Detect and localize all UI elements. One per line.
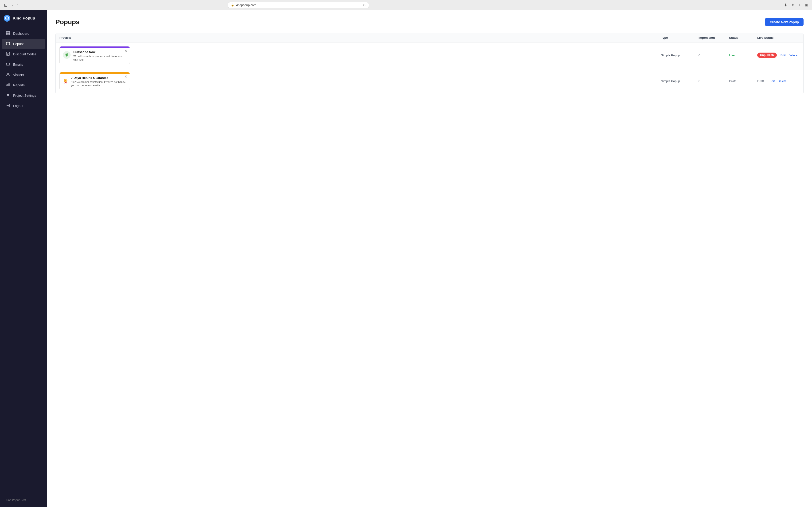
col-impression: Impression <box>699 36 729 40</box>
main-content: Popups Create New Popup Preview Type Imp… <box>47 10 812 507</box>
app-container: Kind Popup Dashboard Popups <box>0 10 812 507</box>
live-status-cell-2: Draft Edit Delete <box>757 79 800 83</box>
popup-card-2: 7 Days Refund Guarantee 100% customer sa… <box>59 72 130 90</box>
col-live-status: Live Status <box>757 36 800 40</box>
unpublish-button[interactable]: Unpublish <box>757 53 777 58</box>
svg-rect-10 <box>6 63 10 65</box>
sidebar-item-popups[interactable]: Popups <box>2 39 45 49</box>
edit-button-2[interactable]: Edit <box>769 79 775 83</box>
emails-icon <box>6 62 10 67</box>
page-header: Popups Create New Popup <box>55 18 804 26</box>
sidebar-item-emails[interactable]: Emails <box>2 60 45 69</box>
sidebar-item-discount-codes[interactable]: Discount Codes <box>2 49 45 59</box>
popup-title-2: 7 Days Refund Guarantee <box>71 76 127 79</box>
edit-button-1[interactable]: Edit <box>780 54 786 57</box>
sidebar-item-label: Reports <box>13 83 25 87</box>
popup-text-2: 7 Days Refund Guarantee 100% customer sa… <box>71 76 127 88</box>
svg-rect-12 <box>6 85 7 86</box>
type-1: Simple Popup <box>661 54 699 57</box>
svg-rect-4 <box>8 33 10 35</box>
sidebar-nav: Dashboard Popups Discount Codes <box>0 26 47 493</box>
sidebar-item-label: Logout <box>13 104 23 108</box>
popup-content-1: Subscribe Now! We will share best produc… <box>60 48 130 64</box>
sidebar-item-dashboard[interactable]: Dashboard <box>2 29 45 39</box>
browser-chrome: ⊡ ‹ › 🔒 kindpopup.com ↻ ⬇ ⬆ + ⊞ <box>0 0 812 10</box>
popup-close-1[interactable]: ✕ <box>124 49 128 53</box>
address-bar[interactable]: 🔒 kindpopup.com ↻ <box>228 2 369 8</box>
delete-button-2[interactable]: Delete <box>778 79 786 83</box>
popup-content-2: 7 Days Refund Guarantee 100% customer sa… <box>60 74 130 90</box>
popup-text-1: Subscribe Now! We will share best produc… <box>73 50 127 62</box>
impression-1: 0 <box>699 54 729 57</box>
svg-point-11 <box>7 73 9 74</box>
popups-icon <box>6 42 10 46</box>
logo-text: Kind Popup <box>13 16 35 21</box>
col-preview: Preview <box>59 36 661 40</box>
sidebar-item-label: Emails <box>13 63 23 66</box>
popup-desc-1: We will share best products and discount… <box>73 54 127 62</box>
svg-point-15 <box>7 94 9 96</box>
impression-2: 0 <box>699 79 729 83</box>
sidebar-item-label: Visitors <box>13 73 24 77</box>
back-button[interactable]: ‹ <box>11 3 14 8</box>
sidebar-item-logout[interactable]: Logout <box>2 101 45 111</box>
svg-rect-13 <box>7 84 8 86</box>
visitors-icon <box>6 72 10 77</box>
svg-rect-2 <box>8 32 10 33</box>
delete-button-1[interactable]: Delete <box>789 54 798 57</box>
sidebar-item-project-settings[interactable]: Project Settings <box>2 91 45 101</box>
reload-icon[interactable]: ↻ <box>363 3 366 7</box>
draft-status-text: Draft <box>757 79 764 83</box>
svg-point-0 <box>5 17 9 20</box>
eco-icon <box>62 50 71 60</box>
sidebar-toggle-button[interactable]: ⊡ <box>3 2 9 8</box>
sidebar-item-reports[interactable]: Reports <box>2 80 45 90</box>
table-header: Preview Type Impression Status Live Stat… <box>56 33 803 43</box>
discount-codes-icon <box>6 52 10 57</box>
col-status: Status <box>729 36 757 40</box>
svg-rect-1 <box>6 32 8 33</box>
status-2: Draft <box>729 79 757 83</box>
browser-actions: ⬇ ⬆ + ⊞ <box>783 2 809 8</box>
svg-rect-3 <box>6 33 8 35</box>
live-status-cell-1: Unpublish Edit Delete <box>757 53 800 58</box>
popup-desc-2: 100% customer satisfaction! If you're no… <box>71 80 127 88</box>
url-text: kindpopup.com <box>236 3 256 7</box>
popups-table: Preview Type Impression Status Live Stat… <box>55 33 804 94</box>
table-row: 7 Days Refund Guarantee 100% customer sa… <box>56 68 803 94</box>
sidebar-item-label: Dashboard <box>13 32 30 36</box>
sidebar-item-label: Discount Codes <box>13 52 37 56</box>
sidebar-item-label: Popups <box>13 42 24 46</box>
popup-close-2[interactable]: ✕ <box>124 75 128 78</box>
popup-preview-1: Subscribe Now! We will share best produc… <box>59 46 661 64</box>
popup-preview-2: 7 Days Refund Guarantee 100% customer sa… <box>59 72 661 90</box>
logo-icon <box>4 15 10 21</box>
lock-icon: 🔒 <box>231 3 234 7</box>
logout-icon <box>6 104 10 108</box>
new-tab-icon[interactable]: + <box>798 3 802 8</box>
popup-card-1: Subscribe Now! We will share best produc… <box>59 46 130 64</box>
dashboard-icon <box>6 31 10 36</box>
share-icon[interactable]: ⬆ <box>790 2 796 8</box>
download-icon[interactable]: ⬇ <box>783 2 788 8</box>
reports-icon <box>6 83 10 88</box>
popup-title-1: Subscribe Now! <box>73 50 127 54</box>
browser-nav-buttons: ‹ › <box>11 3 20 8</box>
table-row: Subscribe Now! We will share best produc… <box>56 43 803 68</box>
grid-icon[interactable]: ⊞ <box>804 2 809 8</box>
sidebar-logo: Kind Popup <box>0 10 47 26</box>
sidebar: Kind Popup Dashboard Popups <box>0 10 47 507</box>
forward-button[interactable]: › <box>16 3 19 8</box>
create-new-popup-button[interactable]: Create New Popup <box>765 18 804 26</box>
award-icon <box>62 76 68 86</box>
type-2: Simple Popup <box>661 79 699 83</box>
col-type: Type <box>661 36 699 40</box>
sidebar-item-label: Project Settings <box>13 94 36 97</box>
status-1: Live <box>729 54 757 57</box>
sidebar-footer: Kind Popup Test <box>0 493 47 507</box>
svg-rect-5 <box>6 42 10 45</box>
sidebar-item-visitors[interactable]: Visitors <box>2 70 45 80</box>
sidebar-footer-text: Kind Popup Test <box>2 496 45 504</box>
page-title: Popups <box>55 18 80 26</box>
project-settings-icon <box>6 93 10 98</box>
